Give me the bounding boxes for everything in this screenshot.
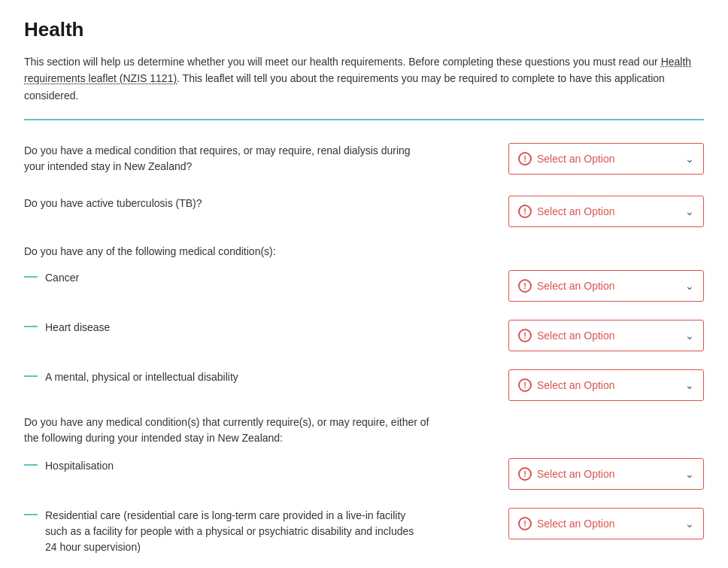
dropdown-wrapper-cancer: ! Select an Option ⌄ bbox=[508, 270, 704, 302]
warning-icon-tuberculosis: ! bbox=[518, 205, 532, 218]
select-heart-disease[interactable]: ! Select an Option ⌄ bbox=[508, 320, 704, 351]
dash-disability bbox=[24, 375, 38, 377]
dash-hospitalisation bbox=[24, 464, 38, 466]
chevron-down-icon-tuberculosis: ⌄ bbox=[685, 205, 694, 217]
question-row-renal-dialysis: Do you have a medical condition that req… bbox=[24, 138, 704, 179]
questions-container: Do you have a medical condition that req… bbox=[24, 138, 704, 568]
dash-residential-care bbox=[24, 514, 38, 515]
select-cancer[interactable]: ! Select an Option ⌄ bbox=[508, 270, 704, 302]
hospitalisation-section: Do you have any medical condition(s) tha… bbox=[24, 415, 704, 560]
select-disability[interactable]: ! Select an Option ⌄ bbox=[508, 369, 704, 401]
dropdown-wrapper-renal-dialysis: ! Select an Option ⌄ bbox=[508, 143, 704, 175]
warning-icon-heart-disease: ! bbox=[518, 329, 532, 342]
dropdown-wrapper-residential-care: ! Select an Option ⌄ bbox=[508, 508, 704, 539]
question-text-residential-care: Residential care (residential care is lo… bbox=[45, 508, 415, 555]
question-row-cancer: Cancer ! Select an Option ⌄ bbox=[24, 266, 704, 306]
question-row-hospitalisation: Hospitalisation ! Select an Option ⌄ bbox=[24, 454, 704, 494]
chevron-down-icon-hospitalisation: ⌄ bbox=[685, 468, 694, 480]
question-text-hospitalisation: Hospitalisation bbox=[45, 458, 114, 474]
question-label-hospitalisation: Hospitalisation bbox=[24, 458, 445, 474]
dropdown-label-renal-dialysis: Select an Option bbox=[537, 153, 615, 165]
dropdown-label-cancer: Select an Option bbox=[537, 280, 615, 292]
hospitalisation-header: Do you have any medical condition(s) tha… bbox=[24, 415, 445, 446]
question-row-tuberculosis: Do you have active tuberculosis (TB)? ! … bbox=[24, 191, 704, 232]
warning-icon-disability: ! bbox=[518, 378, 532, 392]
chevron-down-icon-heart-disease: ⌄ bbox=[685, 330, 694, 342]
question-text-heart-disease: Heart disease bbox=[45, 320, 110, 336]
dropdown-label-hospitalisation: Select an Option bbox=[537, 468, 615, 480]
dash-heart-disease bbox=[24, 326, 38, 327]
chevron-down-icon-cancer: ⌄ bbox=[685, 280, 694, 292]
dropdown-label-residential-care: Select an Option bbox=[537, 518, 615, 530]
question-row-disability: A mental, physical or intellectual disab… bbox=[24, 365, 704, 405]
question-text-tuberculosis: Do you have active tuberculosis (TB)? bbox=[24, 196, 445, 211]
question-row-heart-disease: Heart disease ! Select an Option ⌄ bbox=[24, 315, 704, 356]
warning-icon-renal-dialysis: ! bbox=[518, 152, 532, 166]
dash-cancer bbox=[24, 276, 38, 278]
dropdown-wrapper-tuberculosis: ! Select an Option ⌄ bbox=[508, 196, 704, 227]
question-label-heart-disease: Heart disease bbox=[24, 320, 445, 336]
select-residential-care[interactable]: ! Select an Option ⌄ bbox=[508, 508, 704, 539]
select-renal-dialysis[interactable]: ! Select an Option ⌄ bbox=[508, 143, 704, 175]
question-label-cancer: Cancer bbox=[24, 270, 445, 286]
select-tuberculosis[interactable]: ! Select an Option ⌄ bbox=[508, 196, 704, 227]
dropdown-wrapper-heart-disease: ! Select an Option ⌄ bbox=[508, 320, 704, 351]
dropdown-label-tuberculosis: Select an Option bbox=[537, 205, 615, 217]
section-divider bbox=[24, 119, 704, 120]
question-row-residential-care: Residential care (residential care is lo… bbox=[24, 503, 704, 560]
page-title: Health bbox=[24, 18, 704, 41]
medical-conditions-header: Do you have any of the following medical… bbox=[24, 244, 704, 260]
medical-conditions-section: Do you have any of the following medical… bbox=[24, 244, 704, 405]
chevron-down-icon-residential-care: ⌄ bbox=[685, 518, 694, 530]
question-label-disability: A mental, physical or intellectual disab… bbox=[24, 369, 445, 385]
warning-icon-residential-care: ! bbox=[518, 517, 532, 530]
warning-icon-hospitalisation: ! bbox=[518, 467, 532, 481]
question-text-cancer: Cancer bbox=[45, 270, 79, 286]
dropdown-label-disability: Select an Option bbox=[537, 379, 615, 391]
question-text-renal-dialysis: Do you have a medical condition that req… bbox=[24, 143, 445, 175]
chevron-down-icon-renal-dialysis: ⌄ bbox=[685, 153, 694, 165]
warning-icon-cancer: ! bbox=[518, 279, 532, 293]
dropdown-label-heart-disease: Select an Option bbox=[537, 330, 615, 342]
select-hospitalisation[interactable]: ! Select an Option ⌄ bbox=[508, 458, 704, 490]
question-text-disability: A mental, physical or intellectual disab… bbox=[45, 369, 238, 385]
dropdown-wrapper-disability: ! Select an Option ⌄ bbox=[508, 369, 704, 401]
question-label-residential-care: Residential care (residential care is lo… bbox=[24, 508, 445, 555]
chevron-down-icon-disability: ⌄ bbox=[685, 379, 694, 391]
intro-paragraph: This section will help us determine whet… bbox=[24, 53, 704, 104]
dropdown-wrapper-hospitalisation: ! Select an Option ⌄ bbox=[508, 458, 704, 490]
